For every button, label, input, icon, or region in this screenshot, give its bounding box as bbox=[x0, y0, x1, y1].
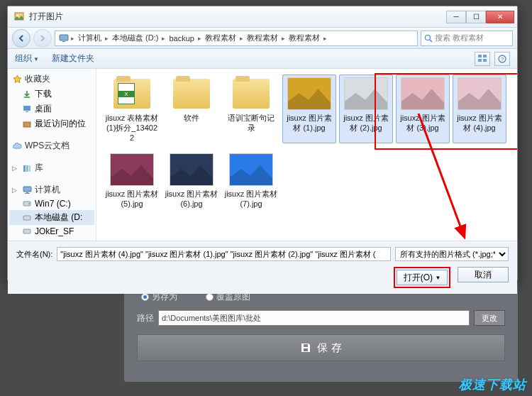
image-thumbnail-icon bbox=[169, 152, 214, 187]
file-item[interactable]: jisuxz 图片素材 (1).jpg bbox=[282, 75, 336, 143]
file-label: jisuxz 图片素材 (7).jpg bbox=[224, 189, 278, 209]
watermark: 极速下载站 bbox=[459, 376, 526, 393]
folder-icon: X bbox=[109, 76, 155, 111]
nav-forward-button[interactable] bbox=[33, 29, 52, 48]
nav-back-button[interactable] bbox=[12, 29, 31, 48]
file-label: jisuxz 图片素材 (1).jpg bbox=[284, 114, 335, 133]
svg-rect-16 bbox=[26, 165, 28, 172]
svg-rect-12 bbox=[23, 106, 31, 111]
file-label: 语训宝断句记录 bbox=[224, 114, 278, 133]
sidebar-label: 计算机 bbox=[35, 184, 60, 196]
open-button-annotation: 打开(O) ▼ bbox=[394, 267, 450, 288]
sidebar-label: Win7 (C:) bbox=[35, 199, 71, 209]
svg-line-5 bbox=[430, 40, 432, 42]
path-label: 路径 bbox=[137, 312, 154, 324]
filename-input[interactable] bbox=[57, 247, 391, 261]
organize-menu[interactable]: 组织▼ bbox=[15, 53, 39, 65]
svg-rect-7 bbox=[483, 55, 487, 57]
save-icon bbox=[300, 342, 311, 353]
close-button[interactable]: ✕ bbox=[486, 11, 514, 23]
file-item[interactable]: jisuxz 图片素材 (6).jpg bbox=[165, 152, 218, 209]
file-item[interactable]: jisuxz 图片素材 (3).jpg bbox=[396, 75, 450, 143]
svg-rect-17 bbox=[29, 165, 31, 172]
library-icon bbox=[22, 163, 32, 173]
sidebar-desktop[interactable]: 桌面 bbox=[9, 101, 94, 116]
open-button[interactable]: 打开(O) ▼ bbox=[397, 270, 448, 285]
folder-icon bbox=[228, 76, 274, 111]
search-placeholder: 搜索 教程素材 bbox=[435, 33, 484, 43]
window-title: 打开图片 bbox=[29, 11, 63, 23]
sidebar-recent[interactable]: 最近访问的位 bbox=[9, 116, 94, 131]
sidebar-wps[interactable]: WPS云文档 bbox=[9, 138, 94, 153]
help-button[interactable]: ? bbox=[494, 52, 510, 66]
breadcrumb-item[interactable]: backup bbox=[165, 34, 197, 43]
app-icon bbox=[13, 11, 25, 23]
svg-point-22 bbox=[28, 203, 30, 204]
cancel-button[interactable]: 取消 bbox=[458, 267, 509, 282]
svg-rect-14 bbox=[23, 122, 31, 127]
file-item[interactable]: Xjisuxz 表格素材 (1)拆分_134022 bbox=[105, 76, 159, 142]
file-label: jisuxz 图片素材 (2).jpg bbox=[340, 114, 392, 133]
file-item[interactable]: 软件 bbox=[165, 76, 218, 142]
breadcrumb[interactable]: ▸ 计算机▸ 本地磁盘 (D:)▸ backup▸ 教程素材▸ 教程素材▸ 教程… bbox=[55, 31, 418, 46]
sidebar-joker[interactable]: JOkEr_SF bbox=[9, 225, 94, 238]
file-pane[interactable]: Xjisuxz 表格素材 (1)拆分_134022软件语训宝断句记录jisuxz… bbox=[96, 69, 517, 241]
minimize-button[interactable]: ─ bbox=[446, 11, 466, 23]
breadcrumb-item[interactable]: 计算机 bbox=[74, 33, 105, 43]
nav-bar: ▸ 计算机▸ 本地磁盘 (D:)▸ backup▸ 教程素材▸ 教程素材▸ 教程… bbox=[8, 28, 517, 49]
file-item[interactable]: jisuxz 图片素材 (2).jpg bbox=[339, 75, 393, 143]
star-icon bbox=[12, 75, 22, 84]
file-item[interactable]: 语训宝断句记录 bbox=[224, 76, 278, 142]
download-icon bbox=[22, 89, 32, 99]
path-input[interactable] bbox=[158, 310, 470, 326]
sidebar-libraries[interactable]: ▷ 库 bbox=[9, 160, 94, 175]
svg-point-4 bbox=[426, 35, 431, 40]
file-label: jisuxz 图片素材 (5).jpg bbox=[105, 189, 159, 209]
image-thumbnail-icon bbox=[400, 76, 445, 111]
file-item[interactable]: jisuxz 图片素材 (7).jpg bbox=[224, 152, 278, 209]
sidebar-win7[interactable]: Win7 (C:) bbox=[9, 197, 94, 210]
sidebar-label: 最近访问的位 bbox=[35, 118, 86, 130]
sidebar-downloads[interactable]: 下载 bbox=[9, 87, 94, 101]
image-thumbnail-icon bbox=[228, 152, 274, 187]
sidebar-label: 本地磁盘 (D: bbox=[35, 211, 82, 224]
sidebar-favorites[interactable]: 收藏夹 bbox=[9, 72, 94, 87]
open-file-dialog: 打开图片 ─ ☐ ✕ ▸ 计算机▸ 本地磁盘 (D:)▸ backup▸ 教程素… bbox=[7, 6, 518, 281]
folder-icon bbox=[169, 76, 214, 111]
breadcrumb-item[interactable]: 教程素材 bbox=[285, 33, 323, 43]
breadcrumb-item[interactable]: 本地磁盘 (D:) bbox=[109, 33, 162, 43]
recent-icon bbox=[22, 119, 32, 129]
svg-rect-9 bbox=[483, 59, 487, 62]
image-thumbnail-icon bbox=[343, 76, 389, 111]
view-mode-button[interactable] bbox=[475, 52, 490, 66]
cloud-icon bbox=[12, 141, 22, 151]
file-label: jisuxz 表格素材 (1)拆分_134022 bbox=[105, 114, 159, 142]
arrow-left-icon bbox=[17, 34, 26, 43]
sidebar-label: 收藏夹 bbox=[25, 73, 50, 85]
change-path-button[interactable]: 更改 bbox=[474, 310, 505, 326]
file-item[interactable]: jisuxz 图片素材 (5).jpg bbox=[105, 152, 159, 209]
drive-icon bbox=[22, 226, 32, 236]
breadcrumb-item[interactable]: 教程素材 bbox=[201, 33, 240, 43]
save-button[interactable]: 保 存 bbox=[137, 334, 505, 361]
svg-rect-6 bbox=[478, 55, 482, 57]
breadcrumb-item[interactable]: 教程素材 bbox=[243, 33, 282, 43]
file-label: 软件 bbox=[184, 114, 199, 123]
file-label: jisuxz 图片素材 (6).jpg bbox=[165, 189, 218, 209]
file-item[interactable]: jisuxz 图片素材 (4).jpg bbox=[453, 75, 506, 143]
sidebar-computer[interactable]: ▷ 计算机 bbox=[9, 182, 94, 197]
title-bar: 打开图片 ─ ☐ ✕ bbox=[8, 6, 517, 28]
toolbar: 组织▼ 新建文件夹 ? bbox=[8, 49, 517, 69]
svg-rect-2 bbox=[60, 35, 68, 40]
new-folder-button[interactable]: 新建文件夹 bbox=[52, 53, 94, 65]
svg-rect-20 bbox=[25, 193, 30, 194]
sidebar-local-d[interactable]: 本地磁盘 (D: bbox=[9, 210, 94, 225]
maximize-button[interactable]: ☐ bbox=[466, 11, 486, 23]
filter-select[interactable]: 所有支持的图片格式 (*.jpg;*.jp bbox=[395, 247, 509, 261]
search-icon bbox=[424, 34, 433, 43]
svg-text:?: ? bbox=[501, 56, 504, 62]
computer-icon bbox=[22, 185, 32, 195]
svg-rect-24 bbox=[23, 229, 31, 233]
search-input[interactable]: 搜索 教程素材 bbox=[421, 31, 513, 46]
save-button-label: 保 存 bbox=[317, 341, 341, 355]
